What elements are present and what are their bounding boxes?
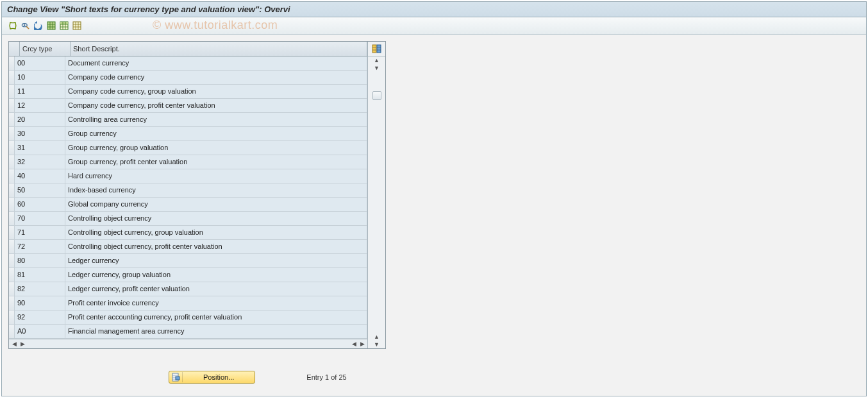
row-selector[interactable]	[9, 155, 15, 169]
application-toolbar: © www.tutorialkart.com	[2, 17, 866, 35]
cell-crcy-type[interactable]: 92	[15, 310, 65, 324]
scroll-left-first-icon[interactable]: ◀	[10, 340, 18, 348]
table-row: 11Company code currency, group valuation	[9, 85, 367, 99]
select-block-icon[interactable]	[60, 21, 69, 30]
cell-short-desc[interactable]: Controlling object currency	[65, 212, 367, 225]
row-selector[interactable]	[9, 240, 15, 253]
cell-crcy-type[interactable]: 90	[15, 296, 65, 310]
display-change-icon[interactable]	[21, 21, 30, 30]
cell-short-desc[interactable]: Profit center invoice currency	[65, 296, 367, 310]
cell-short-desc[interactable]: Index-based currency	[65, 183, 367, 197]
cell-short-desc[interactable]: Ledger currency	[65, 254, 367, 267]
cell-crcy-type[interactable]: 60	[15, 198, 65, 211]
scroll-up-icon[interactable]: ▲	[372, 56, 381, 64]
row-selector[interactable]	[9, 212, 15, 225]
svg-rect-9	[176, 377, 179, 380]
table-row: 71Controlling object currency, group val…	[9, 226, 367, 240]
cell-short-desc[interactable]: Company code currency, group valuation	[65, 85, 367, 98]
cell-crcy-type[interactable]: 20	[15, 113, 65, 126]
cell-crcy-type[interactable]: 50	[15, 183, 65, 197]
cell-crcy-type[interactable]: 10	[15, 71, 65, 84]
horizontal-scrollbar[interactable]: ◀ ▶ ◀ ▶	[9, 339, 367, 348]
cell-crcy-type[interactable]: 81	[15, 268, 65, 282]
cell-short-desc[interactable]: Controlling object currency, group valua…	[65, 226, 367, 239]
deselect-all-icon[interactable]	[72, 21, 81, 30]
cell-crcy-type[interactable]: 30	[15, 127, 65, 140]
cell-crcy-type[interactable]: A0	[15, 325, 65, 338]
col-header-crcy-type[interactable]: Crcy type	[20, 42, 71, 56]
undo-icon[interactable]	[34, 21, 43, 30]
sap-window: Change View "Short texts for currency ty…	[1, 1, 867, 396]
cell-short-desc[interactable]: Profit center accounting currency, profi…	[65, 310, 367, 324]
other-view-icon[interactable]	[8, 21, 17, 30]
entry-count-label: Entry 1 of 25	[306, 373, 346, 381]
cell-crcy-type[interactable]: 00	[15, 56, 65, 70]
cell-crcy-type[interactable]: 40	[15, 169, 65, 183]
cell-short-desc[interactable]: Ledger currency, group valuation	[65, 268, 367, 282]
row-selector[interactable]	[9, 325, 15, 338]
cell-short-desc[interactable]: Global company currency	[65, 198, 367, 211]
table-row: 32Group currency, profit center valuatio…	[9, 155, 367, 169]
row-selector[interactable]	[9, 127, 15, 140]
footer-bar: Position... Entry 1 of 25	[2, 371, 866, 384]
row-selector[interactable]	[9, 113, 15, 126]
cell-short-desc[interactable]: Controlling object currency, profit cent…	[65, 240, 367, 253]
cell-crcy-type[interactable]: 31	[15, 141, 65, 155]
table-row: 12Company code currency, profit center v…	[9, 99, 367, 113]
cell-crcy-type[interactable]: 70	[15, 212, 65, 225]
cell-short-desc[interactable]: Company code currency	[65, 71, 367, 84]
row-selector[interactable]	[9, 71, 15, 84]
position-button-label: Position...	[184, 373, 253, 381]
cell-crcy-type[interactable]: 72	[15, 240, 65, 253]
table-row: 60Global company currency	[9, 198, 367, 212]
cell-crcy-type[interactable]: 32	[15, 155, 65, 169]
table-row: 40Hard currency	[9, 169, 367, 183]
row-selector[interactable]	[9, 141, 15, 155]
row-selector[interactable]	[9, 282, 15, 296]
row-selector[interactable]	[9, 85, 15, 98]
row-selector[interactable]	[9, 56, 15, 70]
cell-short-desc[interactable]: Financial management area currency	[65, 325, 367, 338]
cell-short-desc[interactable]: Company code currency, profit center val…	[65, 99, 367, 112]
scroll-up-small-icon[interactable]: ▲	[372, 333, 381, 341]
cell-crcy-type[interactable]: 12	[15, 99, 65, 112]
cell-short-desc[interactable]: Hard currency	[65, 169, 367, 183]
row-selector[interactable]	[9, 254, 15, 267]
row-selector[interactable]	[9, 296, 15, 310]
cell-short-desc[interactable]: Ledger currency, profit center valuation	[65, 282, 367, 296]
row-selector[interactable]	[9, 268, 15, 282]
cell-short-desc[interactable]: Group currency, profit center valuation	[65, 155, 367, 169]
scroll-right-last-icon[interactable]: ▶	[358, 340, 366, 348]
scroll-left-icon[interactable]: ▶	[19, 340, 26, 348]
cell-short-desc[interactable]: Group currency, group valuation	[65, 141, 367, 155]
table-settings-button[interactable]	[368, 42, 385, 56]
cell-short-desc[interactable]: Group currency	[65, 127, 367, 140]
scroll-thumb[interactable]	[372, 91, 381, 100]
row-selector[interactable]	[9, 198, 15, 211]
cell-crcy-type[interactable]: 80	[15, 254, 65, 267]
table-control: Crcy type Short Descript. 00Document cur…	[8, 41, 386, 349]
svg-rect-5	[73, 22, 81, 30]
select-all-icon[interactable]	[47, 21, 56, 30]
cell-crcy-type[interactable]: 82	[15, 282, 65, 296]
vertical-scrollbar[interactable]: ▲ ▼ ▲ ▼	[372, 56, 381, 348]
cell-short-desc[interactable]: Document currency	[65, 56, 367, 70]
scroll-right-icon[interactable]: ◀	[350, 340, 358, 348]
row-selector[interactable]	[9, 310, 15, 324]
row-selector[interactable]	[9, 169, 15, 183]
scroll-down-icon[interactable]: ▼	[372, 341, 381, 348]
position-icon	[171, 372, 183, 382]
row-selector-header	[9, 42, 20, 56]
row-selector[interactable]	[9, 226, 15, 239]
table-row: 30Group currency	[9, 127, 367, 141]
scroll-down-small-icon[interactable]: ▼	[372, 64, 381, 72]
row-selector[interactable]	[9, 99, 15, 112]
col-header-short-desc[interactable]: Short Descript.	[71, 42, 367, 56]
table-right-column: ▲ ▼ ▲ ▼	[367, 42, 385, 348]
cell-short-desc[interactable]: Controlling area currency	[65, 113, 367, 126]
row-selector[interactable]	[9, 183, 15, 197]
position-button[interactable]: Position...	[169, 371, 255, 384]
cell-crcy-type[interactable]: 71	[15, 226, 65, 239]
cell-crcy-type[interactable]: 11	[15, 85, 65, 98]
table-header-row: Crcy type Short Descript.	[9, 42, 367, 56]
